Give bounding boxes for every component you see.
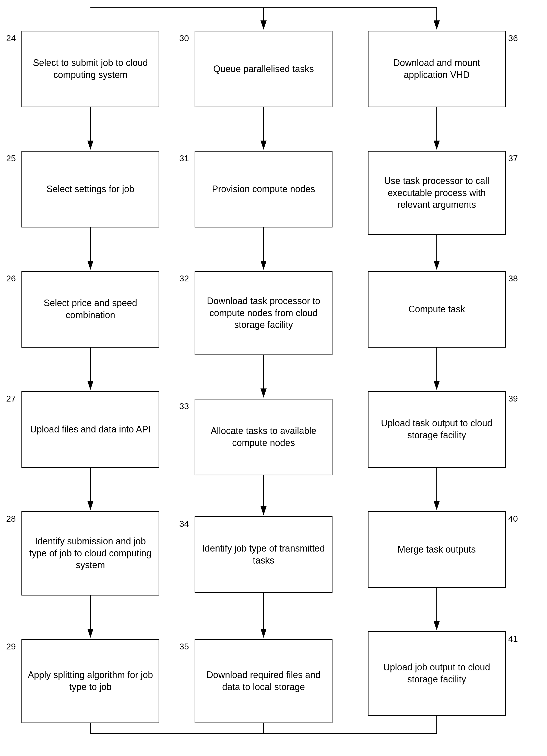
- flow-box-box31: Provision compute nodes: [195, 151, 332, 227]
- box-text-box36: Download and mount application VHD: [373, 57, 500, 81]
- box-text-box38: Compute task: [408, 303, 465, 315]
- ref-label-box37: 37: [508, 153, 518, 163]
- box-text-box30: Queue parallelised tasks: [213, 63, 314, 75]
- ref-label-box26: 26: [6, 273, 16, 283]
- box-text-box37: Use task processor to call executable pr…: [373, 175, 500, 211]
- diagram-container: Select to submit job to cloud computing …: [0, 0, 547, 756]
- flow-box-box41: Upload job output to cloud storage facil…: [368, 631, 506, 716]
- box-text-box28: Identify submission and job type of job …: [27, 535, 154, 571]
- ref-label-box28: 28: [6, 514, 16, 524]
- ref-label-box36: 36: [508, 33, 518, 43]
- box-text-box25: Select settings for job: [47, 183, 134, 195]
- box-text-box33: Allocate tasks to available compute node…: [201, 425, 326, 449]
- flow-box-box25: Select settings for job: [21, 151, 159, 227]
- box-text-box29: Apply splitting algorithm for job type t…: [27, 669, 154, 693]
- ref-label-box25: 25: [6, 153, 16, 163]
- box-text-box24: Select to submit job to cloud computing …: [27, 57, 154, 81]
- flow-box-box26: Select price and speed combination: [21, 271, 159, 348]
- ref-label-box27: 27: [6, 394, 16, 404]
- ref-label-box31: 31: [179, 153, 189, 163]
- flow-box-box33: Allocate tasks to available compute node…: [195, 399, 332, 475]
- box-text-box41: Upload job output to cloud storage facil…: [373, 661, 500, 685]
- flow-box-box32: Download task processor to compute nodes…: [195, 271, 332, 355]
- ref-label-box24: 24: [6, 33, 16, 43]
- box-text-box39: Upload task output to cloud storage faci…: [373, 417, 500, 441]
- flow-box-box34: Identify job type of transmitted tasks: [195, 516, 332, 593]
- box-text-box40: Merge task outputs: [398, 544, 476, 556]
- ref-label-box38: 38: [508, 273, 518, 283]
- flow-box-box36: Download and mount application VHD: [368, 31, 506, 107]
- flow-box-box29: Apply splitting algorithm for job type t…: [21, 639, 159, 723]
- ref-label-box33: 33: [179, 401, 189, 411]
- flow-box-box30: Queue parallelised tasks: [195, 31, 332, 107]
- box-text-box26: Select price and speed combination: [27, 297, 154, 321]
- ref-label-box34: 34: [179, 519, 189, 529]
- flow-box-box40: Merge task outputs: [368, 511, 506, 588]
- box-text-box32: Download task processor to compute nodes…: [201, 295, 326, 331]
- box-text-box27: Upload files and data into API: [30, 423, 151, 436]
- flow-box-box35: Download required files and data to loca…: [195, 639, 332, 723]
- ref-label-box30: 30: [179, 33, 189, 43]
- ref-label-box40: 40: [508, 514, 518, 524]
- box-text-box31: Provision compute nodes: [212, 183, 315, 195]
- flow-box-box39: Upload task output to cloud storage faci…: [368, 391, 506, 468]
- box-text-box35: Download required files and data to loca…: [201, 669, 326, 693]
- flow-box-box27: Upload files and data into API: [21, 391, 159, 468]
- flow-box-box38: Compute task: [368, 271, 506, 348]
- box-text-box34: Identify job type of transmitted tasks: [201, 543, 326, 567]
- flow-box-box37: Use task processor to call executable pr…: [368, 151, 506, 235]
- ref-label-box35: 35: [179, 642, 189, 651]
- ref-label-box29: 29: [6, 642, 16, 651]
- ref-label-box39: 39: [508, 394, 518, 404]
- ref-label-box41: 41: [508, 634, 518, 644]
- ref-label-box32: 32: [179, 273, 189, 283]
- flow-box-box28: Identify submission and job type of job …: [21, 511, 159, 595]
- flow-box-box24: Select to submit job to cloud computing …: [21, 31, 159, 107]
